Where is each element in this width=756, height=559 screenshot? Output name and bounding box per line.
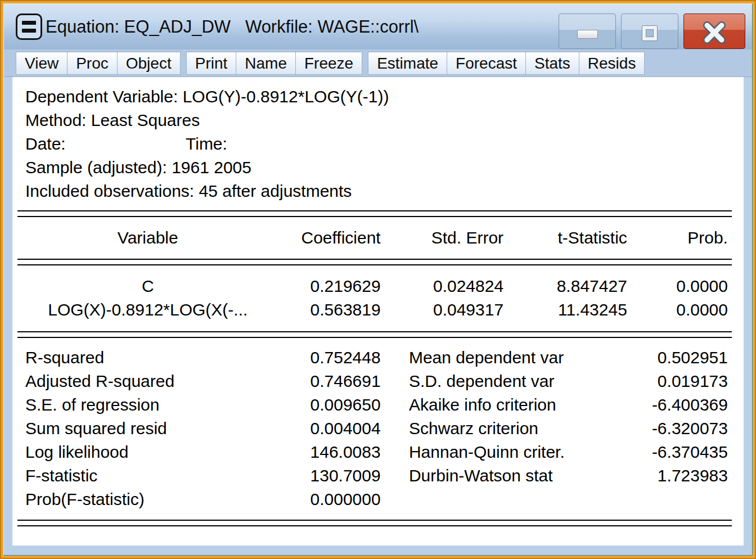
equation-system-menu-icon[interactable] xyxy=(16,13,42,40)
window-title: Equation: EQ_ADJ_DW Workfile: WAGE::corr… xyxy=(46,17,418,37)
cell-coefficient: 0.563819 xyxy=(278,298,382,322)
toolbar-button-resids[interactable]: Resids xyxy=(579,52,645,75)
column-header-coefficient: Coefficient xyxy=(278,228,382,247)
summary-label-empty xyxy=(409,488,625,511)
summary-value-s-e-of-regression: 0.009650 xyxy=(278,393,382,417)
separator-rule-after-header xyxy=(17,259,732,265)
summary-row-6: F-statistic130.7009Durbin-Watson stat1.7… xyxy=(17,464,732,488)
summary-value-hannan-quinn-criter: -6.370435 xyxy=(624,440,732,464)
summary-value-schwarz-criterion: -6.320073 xyxy=(624,417,732,440)
restore-button[interactable] xyxy=(621,13,678,49)
equation-window: Equation: EQ_ADJ_DW Workfile: WAGE::corr… xyxy=(3,3,753,556)
summary-value-sum-squared-resid: 0.004004 xyxy=(278,417,382,440)
summary-value-durbin-watson-stat: 1.723983 xyxy=(624,464,732,488)
toolbar-group-2: PrintNameFreeze xyxy=(186,52,362,76)
equals-glyph-bar xyxy=(22,29,36,33)
summary-label-durbin-watson-stat: Durbin-Watson stat xyxy=(409,464,625,488)
table-row-c: C0.2196290.0248248.8474270.0000 xyxy=(17,274,732,298)
restore-icon xyxy=(642,26,657,40)
report-header-line-1: Dependent Variable: LOG(Y)-0.8912*LOG(Y(… xyxy=(25,85,732,109)
summary-column-gap xyxy=(382,417,409,440)
summary-row-7: Prob(F-statistic)0.000000 xyxy=(17,488,732,511)
separator-rule-bottom xyxy=(17,520,732,526)
summary-row-4: Sum squared resid0.004004Schwarz criteri… xyxy=(17,417,732,440)
summary-label-mean-dependent-var: Mean dependent var xyxy=(409,346,625,369)
summary-label-prob-f-statistic: Prob(F-statistic) xyxy=(17,488,278,511)
summary-column-gap xyxy=(382,440,409,464)
summary-label-adjusted-r-squared: Adjusted R-squared xyxy=(17,369,278,393)
close-icon xyxy=(701,21,727,44)
separator-rule-after-coefficients xyxy=(17,331,732,338)
summary-value-mean-dependent-var: 0.502951 xyxy=(624,346,732,369)
summary-column-gap xyxy=(382,488,409,511)
summary-row-2: Adjusted R-squared0.746691S.D. dependent… xyxy=(17,369,732,393)
summary-value-akaike-info-criterion: -6.400369 xyxy=(624,393,732,417)
time-label: Time: xyxy=(186,132,227,156)
titlebar[interactable]: Equation: EQ_ADJ_DW Workfile: WAGE::corr… xyxy=(4,4,752,49)
summary-label-s-d-dependent-var: S.D. dependent var xyxy=(409,369,625,393)
cell-std_error: 0.049317 xyxy=(382,298,505,322)
column-header-variable: Variable xyxy=(17,228,278,247)
summary-row-3: S.E. of regression0.009650Akaike info cr… xyxy=(17,393,732,417)
equals-glyph-bar xyxy=(22,21,36,25)
cell-prob: 0.0000 xyxy=(628,298,732,322)
toolbar-button-name[interactable]: Name xyxy=(236,52,296,75)
toolbar-button-proc[interactable]: Proc xyxy=(67,52,118,75)
column-header-std-error: Std. Error xyxy=(382,228,505,247)
summary-value-s-d-dependent-var: 0.019173 xyxy=(624,369,732,393)
report-header: Dependent Variable: LOG(Y)-0.8912*LOG(Y(… xyxy=(17,85,732,203)
equation-output: Dependent Variable: LOG(Y)-0.8912*LOG(Y(… xyxy=(12,77,744,546)
summary-label-s-e-of-regression: S.E. of regression xyxy=(17,393,278,417)
toolbar-button-view[interactable]: View xyxy=(16,52,68,75)
summary-label-r-squared: R-squared xyxy=(17,346,278,369)
cell-prob: 0.0000 xyxy=(628,274,732,298)
summary-label-f-statistic: F-statistic xyxy=(17,464,278,488)
cell-variable: C xyxy=(17,274,278,298)
cell-coefficient: 0.219629 xyxy=(278,274,382,298)
minimize-button[interactable] xyxy=(559,13,616,49)
column-header-prob: Prob. xyxy=(628,228,732,247)
cell-t_statistic: 11.43245 xyxy=(505,298,628,322)
summary-value-log-likelihood: 146.0083 xyxy=(278,440,382,464)
summary-label-schwarz-criterion: Schwarz criterion xyxy=(409,417,625,440)
separator-rule-top xyxy=(17,210,732,217)
column-header-t-statistic: t-Statistic xyxy=(505,228,628,247)
toolbar-button-freeze[interactable]: Freeze xyxy=(295,52,362,75)
report-header-line-4: Sample (adjusted): 1961 2005 xyxy=(25,156,732,179)
screen-background: Equation: EQ_ADJ_DW Workfile: WAGE::corr… xyxy=(0,0,756,559)
cell-t_statistic: 8.847427 xyxy=(505,274,628,298)
coefficients-header-row: VariableCoefficientStd. Errort-Statistic… xyxy=(17,217,732,259)
summary-row-5: Log likelihood146.0083Hannan-Quinn crite… xyxy=(17,440,732,464)
summary-row-1: R-squared0.752448Mean dependent var0.502… xyxy=(17,346,732,369)
summary-label-hannan-quinn-criter: Hannan-Quinn criter. xyxy=(409,440,625,464)
summary-value-prob-f-statistic: 0.000000 xyxy=(278,488,382,511)
summary-value-adjusted-r-squared: 0.746691 xyxy=(278,369,382,393)
toolbar-button-estimate[interactable]: Estimate xyxy=(368,52,447,75)
close-button[interactable] xyxy=(683,13,745,49)
summary-label-sum-squared-resid: Sum squared resid xyxy=(17,417,278,440)
date-label: Date: xyxy=(25,134,66,153)
coefficients-table: C0.2196290.0248248.8474270.0000LOG(X)-0.… xyxy=(17,265,732,331)
toolbar-button-forecast[interactable]: Forecast xyxy=(447,52,526,75)
summary-value-f-statistic: 130.7009 xyxy=(278,464,382,488)
summary-value-empty xyxy=(624,488,732,511)
cell-variable: LOG(X)-0.8912*LOG(X(-... xyxy=(17,298,278,322)
report-header-line-2: Method: Least Squares xyxy=(25,109,732,132)
summary-column-gap xyxy=(382,393,409,417)
toolbar-group-1: ViewProcObject xyxy=(16,52,181,76)
minimize-icon xyxy=(577,30,598,39)
toolbar: ViewProcObjectPrintNameFreezeEstimateFor… xyxy=(4,49,752,77)
toolbar-button-stats[interactable]: Stats xyxy=(525,52,579,75)
toolbar-button-print[interactable]: Print xyxy=(186,52,237,75)
summary-label-log-likelihood: Log likelihood xyxy=(17,440,278,464)
summary-label-akaike-info-criterion: Akaike info criterion xyxy=(409,393,625,417)
toolbar-group-3: EstimateForecastStatsResids xyxy=(368,52,645,76)
summary-column-gap xyxy=(382,464,409,488)
table-row-log-x-0-8912-log-x: LOG(X)-0.8912*LOG(X(-...0.5638190.049317… xyxy=(17,298,732,322)
window-controls xyxy=(559,13,745,49)
report-header-line-3: Date:Time: xyxy=(25,132,732,156)
report-header-line-5: Included observations: 45 after adjustme… xyxy=(25,179,732,203)
summary-value-r-squared: 0.752448 xyxy=(278,346,382,369)
summary-column-gap xyxy=(382,346,409,369)
toolbar-button-object[interactable]: Object xyxy=(117,52,181,75)
